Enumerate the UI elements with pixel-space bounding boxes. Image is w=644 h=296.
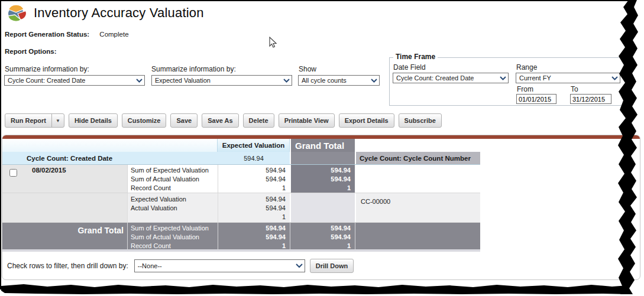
metric-value: 594.94 xyxy=(218,224,290,233)
metric-labels-cell: Expected Valuation Actual Valuation xyxy=(127,193,218,222)
metric-labels-cell: Sum of Expected Valuation Sum of Actual … xyxy=(127,223,218,249)
run-report-menu-arrow-icon[interactable]: ▼ xyxy=(51,114,64,127)
status-value: Complete xyxy=(99,31,128,38)
grand-total-value: 1 xyxy=(290,242,355,249)
header-spacer xyxy=(127,152,218,164)
drilldown-bar: Check rows to filter, then drill down by… xyxy=(7,259,354,273)
empty-cell xyxy=(24,193,127,222)
metric-values-cell: 594.94 594.94 1 xyxy=(218,223,290,249)
customize-button[interactable]: Customize xyxy=(122,113,167,128)
save-button[interactable]: Save xyxy=(170,113,198,128)
mouse-cursor-icon xyxy=(269,37,279,48)
grand-total-values-cell: 594.94 594.94 1 xyxy=(290,223,355,249)
chevron-down-icon xyxy=(296,264,303,268)
delete-button[interactable]: Delete xyxy=(243,113,274,128)
metric-value: 594.94 xyxy=(218,175,290,184)
header-spacer xyxy=(290,152,355,164)
summarize1-select[interactable]: Cycle Count: Created Date xyxy=(4,75,145,86)
col-header-expected-valuation: Expected Valuation xyxy=(218,139,290,152)
from-label: From xyxy=(517,85,533,93)
grand-total-value: 1 xyxy=(291,184,355,193)
range-label: Range xyxy=(516,63,537,71)
page-title: Inventory Accuracy Valuation xyxy=(34,5,204,21)
drilldown-label: Check rows to filter, then drill down by… xyxy=(7,262,128,270)
show-value: All cycle counts xyxy=(302,77,347,84)
subscribe-button[interactable]: Subscribe xyxy=(399,113,442,128)
empty-cell xyxy=(2,193,24,222)
metric-values-cell: 594.94 594.94 1 xyxy=(218,193,290,222)
chevron-down-icon xyxy=(136,79,143,83)
table-row-group-summary: 08/02/2015 Sum of Expected Valuation Sum… xyxy=(2,165,480,193)
metric-value: 1 xyxy=(218,213,290,222)
show-label: Show xyxy=(299,65,316,73)
drill-down-button[interactable]: Drill Down xyxy=(310,259,354,273)
to-label: To xyxy=(571,85,578,93)
date-field-label: Date Field xyxy=(393,63,426,71)
row-checkbox-cell xyxy=(2,165,24,193)
chevron-down-icon xyxy=(500,76,506,80)
run-report-label: Run Report xyxy=(5,117,51,124)
save-as-button[interactable]: Save As xyxy=(202,113,238,128)
metric-value: 594.94 xyxy=(218,233,290,242)
checkbox-col-header xyxy=(2,152,24,164)
show-select[interactable]: All cycle counts xyxy=(298,75,380,86)
header-spacer xyxy=(355,139,480,152)
summarize2-value: Expected Valuation xyxy=(155,77,211,84)
date-field-select[interactable]: Cycle Count: Created Date xyxy=(393,73,509,83)
table-row-grand-total: Grand Total Sum of Expected Valuation Su… xyxy=(2,223,480,249)
metric-value: 1 xyxy=(218,184,290,193)
col-header-created-date[interactable]: Cycle Count: Created Date xyxy=(24,152,127,164)
group-date-cell: 08/02/2015 xyxy=(24,165,127,193)
metric-label: Sum of Expected Valuation xyxy=(131,224,218,233)
summarize1-value: Cycle Count: Created Date xyxy=(8,77,85,84)
col-header-cycle-count-number[interactable]: Cycle Count: Cycle Count Number xyxy=(355,152,480,164)
empty-cell xyxy=(290,193,355,222)
drilldown-select[interactable]: --None-- xyxy=(134,259,305,272)
export-details-button[interactable]: Export Details xyxy=(339,113,394,128)
to-date-input[interactable] xyxy=(570,94,611,104)
range-select[interactable]: Current FY xyxy=(516,73,620,83)
date-field-value: Cycle Count: Created Date xyxy=(396,74,474,82)
cycle-count-link-cell: CC-00000 xyxy=(355,193,480,222)
status-label: Report Generation Status: xyxy=(5,31,89,38)
report-status: Report Generation Status: Complete xyxy=(5,31,129,38)
table-header-row-2: Cycle Count: Created Date 594.94 Cycle C… xyxy=(2,152,480,165)
metric-label: Sum of Actual Valuation xyxy=(131,175,218,184)
metric-label: Sum of Expected Valuation xyxy=(131,166,218,175)
run-report-button[interactable]: Run Report ▼ xyxy=(5,113,64,128)
range-value: Current FY xyxy=(519,74,551,82)
empty-cell xyxy=(355,223,480,249)
chevron-down-icon xyxy=(611,76,618,80)
metric-label: Sum of Actual Valuation xyxy=(131,233,218,242)
metric-labels-cell: Sum of Expected Valuation Sum of Actual … xyxy=(127,165,218,193)
page-header: Inventory Accuracy Valuation xyxy=(6,4,204,22)
col-subheader-expected-value: 594.94 xyxy=(218,152,290,164)
header-spacer xyxy=(2,139,218,152)
hide-details-button[interactable]: Hide Details xyxy=(69,113,118,128)
cycle-count-link[interactable]: CC-00000 xyxy=(361,198,390,205)
metric-value: 1 xyxy=(218,242,290,249)
grand-total-values-cell: 594.94 594.94 1 xyxy=(290,165,355,193)
metric-label: Record Count xyxy=(131,184,218,193)
from-date-input[interactable] xyxy=(516,94,556,104)
grand-total-value: 594.94 xyxy=(290,224,355,233)
metric-value: 594.94 xyxy=(218,204,290,213)
table-header-row-1: Expected Valuation Grand Total xyxy=(2,139,480,152)
summarize2-label: Summarize information by: xyxy=(151,65,236,73)
metric-label: Expected Valuation xyxy=(131,195,218,204)
drilldown-value: --None-- xyxy=(138,262,162,269)
grand-total-value: 594.94 xyxy=(291,175,355,184)
grand-total-value: 594.94 xyxy=(291,166,355,175)
empty-cell xyxy=(2,223,24,249)
metric-label: Record Count xyxy=(131,242,218,249)
row-checkbox[interactable] xyxy=(9,169,17,177)
metric-values-cell: 594.94 594.94 1 xyxy=(218,165,290,193)
summarize2-select[interactable]: Expected Valuation xyxy=(151,75,292,86)
report-pie-icon xyxy=(6,4,27,22)
time-frame-fieldset: Time Frame Date Field Cycle Count: Creat… xyxy=(389,57,626,106)
report-options-label: Report Options: xyxy=(5,48,57,55)
screenshot-root: { "header": { "title": "Inventory Accura… xyxy=(0,0,644,296)
summarize1-label: Summarize information by: xyxy=(5,65,89,73)
chevron-down-icon xyxy=(283,79,290,83)
printable-view-button[interactable]: Printable View xyxy=(279,113,335,128)
